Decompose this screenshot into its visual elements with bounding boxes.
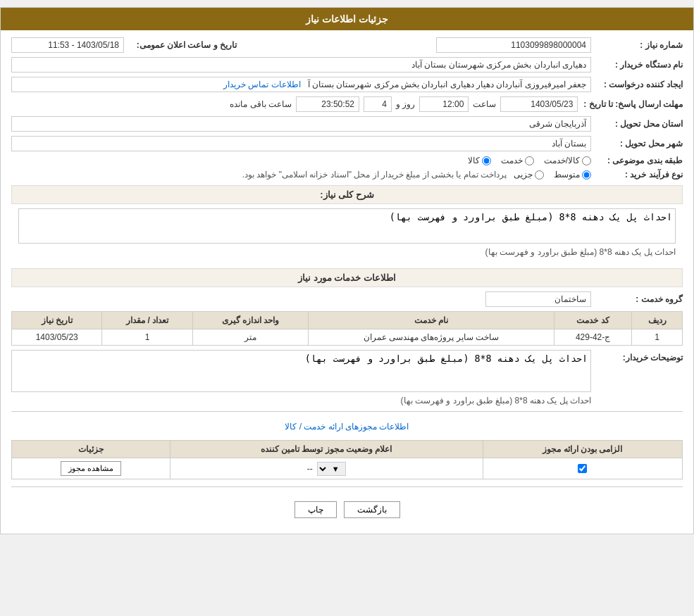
cell-qty: 1 [102,329,192,346]
licenses-table: الزامی بودن ارائه مجوز اعلام وضعیت مجوز … [11,440,683,479]
send-days-value: 4 [364,96,392,112]
back-button[interactable]: بازگشت [344,501,400,518]
buyer-notes-row: توضیحات خریدار: احداث پل یک دهنه 8*8 (مب… [11,350,683,406]
purchase-jozyi-radio[interactable] [535,170,544,180]
need-number-label: شماره نیاز : [591,40,683,50]
page-wrapper: جزئیات اطلاعات نیاز شماره نیاز : 1103099… [0,7,694,534]
content-area: شماره نیاز : 1103099898000004 تاریخ و سا… [1,30,693,534]
category-khadamat-label: خدمت [501,156,523,165]
requester-text: جعفر امیرفیروزی آنباردان دهیار دهیاری ان… [308,80,586,89]
announce-label: تاریخ و ساعت اعلان عمومی: [124,40,237,50]
announce-value: 1403/05/18 - 11:53 [11,37,124,53]
buyer-station-value: دهیاری انباردان بخش مرکزی شهرستان بستان … [11,57,591,73]
send-time-value: 12:00 [419,96,469,112]
send-remaining-label: ساعت باقی مانده [225,99,296,109]
send-date-label: مهلت ارسال پاسخ: تا تاریخ : [578,99,683,109]
service-group-value: ساختمان [485,291,591,307]
purchase-jozyi-label: جزیی [514,170,533,180]
purchase-motavasset-radio[interactable] [582,170,591,180]
purchase-jozyi-item: جزیی [514,170,544,180]
category-radio-group: کالا خدمت کالا/خدمت [468,156,591,165]
buyer-notes-label: توضیحات خریدار: [591,350,683,363]
send-date-row: مهلت ارسال پاسخ: تا تاریخ : 1403/05/23 س… [11,96,683,112]
table-row: 1 ج-42-429 ساخت سایر پروژه‌های مهندسی عم… [12,329,683,346]
footer-buttons: بازگشت چاپ [11,493,683,527]
send-day-label: روز و [392,99,419,109]
category-kala-label: کالا [468,156,480,165]
buyer-station-row: نام دستگاه خریدار : دهیاری انباردان بخش … [11,57,683,73]
licenses-section-link: اطلاعات مجوزهای ارائه خدمت / کالا [11,417,683,436]
category-both-item: کالا/خدمت [544,156,591,165]
col-header-status: اعلام وضعیت مجوز توسط تامین کننده [170,441,483,458]
license-status-select[interactable]: ▼ [317,462,346,476]
col-header-name: نام خدمت [309,312,554,329]
category-row: طبقه بندی موضوعی : کالا خدمت کالا/خدمت [11,156,683,165]
purchase-type-label: نوع فرآیند خرید : [591,170,683,180]
category-both-radio[interactable] [582,156,591,165]
delivery-province-label: استان محل تحویل : [591,119,683,129]
buyer-notes-area: احداث پل یک دهنه 8*8 (مبلغ طبق براورد و … [11,350,591,406]
service-group-label: گروه خدمت : [591,294,683,304]
cell-unit: متر [192,329,308,346]
print-button[interactable]: چاپ [295,501,337,518]
category-khadamat-radio[interactable] [525,156,534,165]
purchase-motavasset-label: متوسط [554,170,580,180]
cell-date: 1403/05/23 [12,329,102,346]
category-label: طبقه بندی موضوعی : [591,156,683,165]
license-status-cell: ▼ -- [170,458,483,479]
need-desc-value: احداث پل یک دهنه 8*8 (مبلغ طبق براورد و … [18,246,676,257]
purchase-type-radio-group: جزیی متوسط [514,170,591,180]
need-desc-area: احداث پل یک دهنه 8*8 (مبلغ طبق براورد و … [11,208,683,263]
license-view-button[interactable]: مشاهده مجوز [61,461,121,476]
category-both-label: کالا/خدمت [544,156,580,165]
col-header-qty: تعداد / مقدار [102,312,192,329]
need-number-value: 1103099898000004 [436,37,591,53]
col-header-unit: واحد اندازه گیری [192,312,308,329]
requester-label: ایجاد کننده درخواست : [591,80,683,89]
col-header-required: الزامی بودن ارائه مجوز [483,441,682,458]
licenses-section-title[interactable]: اطلاعات مجوزهای ارائه خدمت / کالا [285,422,409,432]
cell-code: ج-42-429 [554,329,632,346]
send-time-label: ساعت [469,99,500,109]
license-row: ▼ -- مشاهده مجوز [12,458,683,479]
category-kala-radio[interactable] [482,156,491,165]
services-table: ردیف کد خدمت نام خدمت واحد اندازه گیری ت… [11,311,683,346]
purchase-motavasset-item: متوسط [554,170,591,180]
license-required-checkbox[interactable] [578,464,587,473]
license-status-value: -- [307,464,313,474]
col-header-row: ردیف [632,312,683,329]
delivery-province-value: آذربایجان شرقی [11,116,591,132]
service-group-row: گروه خدمت : ساختمان [11,291,683,307]
need-desc-textarea[interactable] [18,208,676,244]
col-header-details: جزئیات [12,441,171,458]
requester-link[interactable]: اطلاعات تماس خریدار [223,80,301,89]
license-required-cell [483,458,682,479]
divider-1 [11,411,683,412]
delivery-city-row: شهر محل تحویل : بستان آباد [11,136,683,151]
col-header-date: تاریخ نیاز [12,312,102,329]
category-khadamat-item: خدمت [501,156,534,165]
requester-row: ایجاد کننده درخواست : جعفر امیرفیروزی آن… [11,77,683,92]
license-details-cell: مشاهده مجوز [12,458,171,479]
cell-name: ساخت سایر پروژه‌های مهندسی عمران [309,329,554,346]
need-desc-section-title: شرح کلی نیاز: [11,185,683,204]
delivery-province-row: استان محل تحویل : آذربایجان شرقی [11,116,683,132]
buyer-notes-textarea[interactable] [11,350,591,392]
purchase-note: پرداخت تمام یا بخشی از مبلغ خریدار از مح… [242,170,507,180]
send-date-value: 1403/05/23 [500,96,578,112]
need-number-row: شماره نیاز : 1103099898000004 تاریخ و سا… [11,37,683,53]
delivery-city-value: بستان آباد [11,136,591,151]
services-section-title: اطلاعات خدمات مورد نیاز [11,268,683,287]
cell-row: 1 [632,329,683,346]
divider-2 [11,486,683,487]
page-header: جزئیات اطلاعات نیاز [1,8,693,30]
col-header-code: کد خدمت [554,312,632,329]
buyer-notes-value: احداث پل یک دهنه 8*8 (مبلغ طبق براورد و … [11,394,591,406]
header-title: جزئیات اطلاعات نیاز [306,13,388,25]
delivery-city-label: شهر محل تحویل : [591,139,683,149]
purchase-type-row: نوع فرآیند خرید : جزیی متوسط پرداخت تمام… [11,170,683,180]
requester-value: جعفر امیرفیروزی آنباردان دهیار دهیاری ان… [11,77,591,92]
send-remaining-value: 23:50:52 [296,96,359,112]
category-kala-item: کالا [468,156,491,165]
buyer-station-label: نام دستگاه خریدار : [591,60,683,70]
